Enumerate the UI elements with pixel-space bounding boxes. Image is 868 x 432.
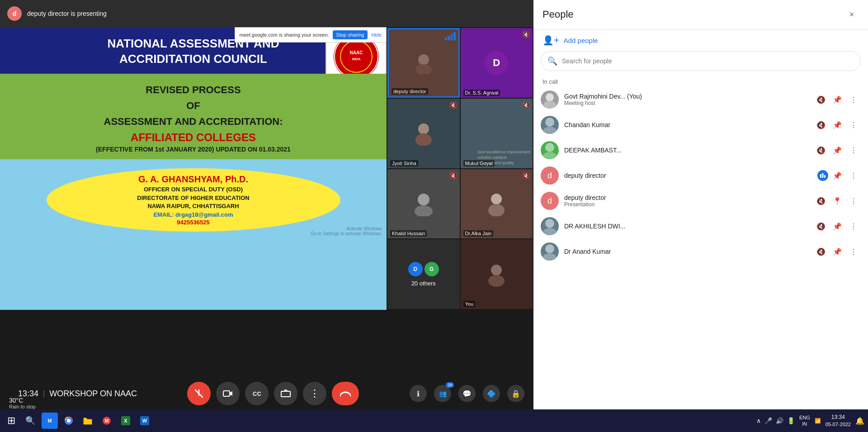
taskbar-notification-bell[interactable]: 🔔 xyxy=(855,417,864,425)
person-role-deputy-director-2: Presentation xyxy=(564,201,808,208)
svg-text:W: W xyxy=(142,418,147,423)
taskbar-mic-icon[interactable]: 🎤 xyxy=(764,417,772,424)
svg-point-6 xyxy=(418,123,429,134)
taskbar-icon-antivirus[interactable]: M xyxy=(99,413,115,429)
pin-button-dr-anand-kumar[interactable]: 📌 xyxy=(830,244,844,259)
svg-point-7 xyxy=(415,133,432,146)
person-info-deepak-ambast: DEEPAK AMBAST... xyxy=(564,147,808,154)
lock-button[interactable]: 🔒 xyxy=(507,385,524,402)
more-button-govt-rajmohini[interactable]: ⋮ xyxy=(846,92,861,107)
more-options-button[interactable]: ⋮ xyxy=(303,382,326,405)
taskbar-right: ∧ 🎤 🔊 🔋 ENG IN 📶 13:34 05-07-2022 🔔 xyxy=(756,413,864,428)
taskbar-icon-meet[interactable]: M xyxy=(42,413,58,429)
pin-button-dr-akhilesh[interactable]: 📌 xyxy=(830,219,844,233)
svg-text:M: M xyxy=(104,418,108,423)
taskbar-speaker-icon[interactable]: 🔊 xyxy=(776,417,783,424)
info-button[interactable]: ℹ xyxy=(410,385,427,402)
more-button-dr-anand-kumar[interactable]: ⋮ xyxy=(846,244,861,259)
svg-line-32 xyxy=(340,394,341,396)
person-row-chandan-kumar: Chandan Kumar 🔇 📌 ⋮ xyxy=(533,112,868,138)
taskbar-search-button[interactable]: 🔍 xyxy=(22,416,39,426)
more-button-deputy-director-2[interactable]: ⋮ xyxy=(846,194,861,208)
activities-button[interactable]: 🔷 xyxy=(483,385,500,402)
video-name-deputy: deputy director xyxy=(392,88,428,95)
svg-point-10 xyxy=(491,194,502,204)
mute-icon-mukul: 🔇 xyxy=(522,101,530,109)
mute-button-deputy-director-2[interactable]: 🔇 xyxy=(814,194,828,208)
slide-speaker-info: G. A. GHANSHYAM, Ph.D. OFFICER ON SPECIA… xyxy=(47,168,340,232)
captions-button[interactable]: CC xyxy=(245,382,269,405)
slide-bottom-section: G. A. GHANSHYAM, Ph.D. OFFICER ON SPECIA… xyxy=(0,159,387,241)
person-actions-dr-akhilesh: 🔇 📌 ⋮ xyxy=(814,219,861,233)
svg-point-24 xyxy=(543,228,557,235)
svg-point-5 xyxy=(415,64,432,74)
svg-point-12 xyxy=(491,265,502,275)
person-row-dr-anand-kumar: Dr Anand Kumar 🔇 📌 ⋮ xyxy=(533,239,868,264)
add-people-row[interactable]: 👤+ Add people xyxy=(533,29,868,51)
video-cell-mukul[interactable]: best excellence improvementsolution cata… xyxy=(461,99,533,168)
present-button[interactable] xyxy=(274,382,297,405)
mute-button-dr-akhilesh[interactable]: 🔇 xyxy=(814,219,828,233)
people-panel: People × 👤+ Add people 🔍 In call Govt Ra… xyxy=(533,0,868,432)
video-cell-you[interactable]: You xyxy=(461,239,533,309)
mute-button-govt-rajmohini[interactable]: 🔇 xyxy=(814,92,828,107)
mute-button-deepak-ambast[interactable]: 🔇 xyxy=(814,143,828,157)
more-button-deepak-ambast[interactable]: ⋮ xyxy=(846,143,861,157)
end-call-button[interactable] xyxy=(332,382,359,405)
video-cell-dr-ss[interactable]: D 🔇 Dr. S.S. Agrwal xyxy=(461,28,533,98)
hide-button[interactable]: Hide xyxy=(371,32,382,38)
person-actions-deepak-ambast: 🔇 📌 ⋮ xyxy=(814,143,861,157)
more-button-chandan-kumar[interactable]: ⋮ xyxy=(846,118,861,132)
camera-button[interactable] xyxy=(216,382,240,405)
people-count-badge: 28 xyxy=(446,382,454,388)
unpin-button-deputy-director-2[interactable]: 📍 xyxy=(830,194,844,208)
svg-rect-22 xyxy=(824,175,826,178)
video-cell-khalid[interactable]: 🔇 Khalid Hussain xyxy=(387,169,460,239)
taskbar-icon-file-manager[interactable] xyxy=(80,413,96,429)
chat-button[interactable]: 💬 xyxy=(458,385,476,402)
svg-point-37 xyxy=(67,419,71,423)
video-row-2: 🔇 Jyoti Sinha best excellence improvemen… xyxy=(387,99,533,168)
pin-button-govt-rajmohini[interactable]: 📌 xyxy=(830,92,844,107)
taskbar-time: 13:34 05-07-2022 xyxy=(826,413,851,428)
svg-point-15 xyxy=(543,101,556,109)
video-name-dr-ss: Dr. S.S. Agrwal xyxy=(463,90,500,96)
more-button-dr-akhilesh[interactable]: ⋮ xyxy=(846,219,861,233)
svg-point-26 xyxy=(543,253,557,261)
mute-button-dr-anand-kumar[interactable]: 🔇 xyxy=(814,244,828,259)
person-name-deepak-ambast: DEEPAK AMBAST... xyxy=(564,147,808,154)
toolbar-meeting-name: WORKSHOP ON NAAC xyxy=(49,389,137,399)
people-panel-title: People xyxy=(542,9,574,20)
mute-icon-alka: 🔇 xyxy=(522,172,530,179)
mute-button-chandan-kumar[interactable]: 🔇 xyxy=(814,118,828,132)
svg-text:M: M xyxy=(47,418,52,423)
mute-icon-jyoti: 🔇 xyxy=(449,101,457,109)
taskbar-battery-icon: 🔋 xyxy=(787,417,795,424)
pin-button-chandan-kumar[interactable]: 📌 xyxy=(830,118,844,132)
presentation-slide: meet.google.com is sharing your screen. … xyxy=(0,27,387,310)
people-panel-close-button[interactable]: × xyxy=(844,7,859,22)
taskbar-icon-word[interactable]: W xyxy=(137,413,153,429)
pin-button-deputy-director-1[interactable]: 📌 xyxy=(830,168,844,183)
mute-icon-dr-ss: 🔇 xyxy=(522,31,530,38)
person-info-dr-anand-kumar: Dr Anand Kumar xyxy=(564,248,808,255)
more-button-deputy-director-1[interactable]: ⋮ xyxy=(846,168,861,183)
video-cell-others[interactable]: D G 20 others xyxy=(387,239,460,309)
mute-button[interactable] xyxy=(187,382,211,405)
pin-button-deepak-ambast[interactable]: 📌 xyxy=(830,143,844,157)
others-avatar-d: D xyxy=(408,262,423,276)
video-cell-jyoti[interactable]: 🔇 Jyoti Sinha xyxy=(387,99,460,168)
video-cell-alka[interactable]: 🔇 Dr.Alka Jain xyxy=(461,169,533,239)
windows-start-button[interactable]: ⊞ xyxy=(4,415,19,427)
video-cell-deputy-director[interactable]: deputy director xyxy=(387,28,460,98)
person-name-deputy-director-1: deputy director xyxy=(564,172,812,179)
stop-sharing-button[interactable]: Stop sharing xyxy=(333,30,368,39)
taskbar-icon-chrome[interactable] xyxy=(61,413,77,429)
people-count-button[interactable]: 👥 28 xyxy=(434,385,451,402)
person-row-govt-rajmohini: Govt Rajmohini Dev... (You) Meeting host… xyxy=(533,87,868,112)
taskbar-up-arrow[interactable]: ∧ xyxy=(756,417,761,424)
taskbar-icon-excel[interactable]: X xyxy=(118,413,134,429)
search-input[interactable] xyxy=(562,57,854,65)
person-row-deepak-ambast: DEEPAK AMBAST... 🔇 📌 ⋮ xyxy=(533,138,868,163)
bottom-toolbar: 13:34 | WORKSHOP ON NAAC CC ⋮ ℹ 👥 28 💬 🔷… xyxy=(0,378,533,409)
